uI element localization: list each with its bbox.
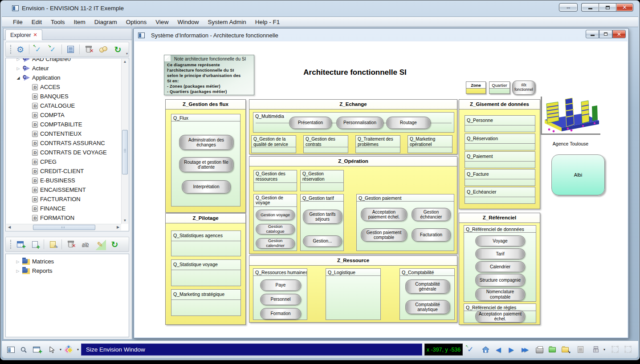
expand-icon[interactable] bbox=[16, 269, 20, 273]
ilot[interactable]: Comptabilité générale bbox=[405, 279, 450, 294]
folder-green-icon[interactable] bbox=[547, 344, 558, 356]
ilot[interactable]: Paye bbox=[260, 279, 301, 291]
folder-export-icon[interactable] bbox=[560, 344, 571, 356]
zone-gisement-de-donnees[interactable]: Z_Gisement de données Q_Personne Q_Réser… bbox=[459, 99, 540, 209]
tree-item-application-child[interactable]: BANQUES bbox=[6, 92, 121, 101]
gear-icon[interactable] bbox=[14, 44, 26, 55]
tree-item-application-child[interactable]: E-BUSINESS bbox=[6, 176, 121, 185]
quartier-flux[interactable]: Q_Flux Adminstration des échanges Routag… bbox=[171, 114, 241, 206]
diagram-canvas[interactable]: Note architecture fonctionnelle du SI Ce… bbox=[135, 41, 628, 337]
quartier-gestion-voyage[interactable]: Q_Gestion de voyage Gestion voyage Gesti… bbox=[253, 194, 297, 251]
tree-item-application-child[interactable]: CATALOGUE bbox=[6, 101, 121, 110]
tree-item-application-child[interactable]: FACTURATION bbox=[6, 194, 121, 204]
tree-item-application-child[interactable]: CPEG bbox=[6, 157, 121, 166]
cursor-dropdown-icon[interactable] bbox=[60, 348, 61, 352]
quartier[interactable]: Q_Paiement bbox=[465, 151, 535, 168]
expand-icon[interactable] bbox=[16, 58, 20, 61]
ilot[interactable]: Personnel bbox=[260, 294, 301, 305]
quartier[interactable]: Q_Gestion de la qualité de service bbox=[251, 135, 296, 153]
refresh-icon[interactable] bbox=[112, 44, 124, 55]
grid-multi-icon[interactable] bbox=[623, 344, 633, 356]
export-icon[interactable] bbox=[47, 239, 59, 250]
quartier[interactable]: Q_Marketing stratégique bbox=[171, 289, 241, 316]
quartier[interactable]: Q_Gestion des contrats bbox=[303, 135, 348, 153]
tree-item-application-child[interactable]: CONTENTIEUX bbox=[6, 129, 121, 138]
close-button[interactable]: ✕ bbox=[616, 3, 633, 12]
ilot[interactable]: Calendrier bbox=[475, 261, 525, 272]
quartier-referenciel-regles[interactable]: Q_Référenciel de règles Acceptation paie… bbox=[464, 303, 536, 323]
tree-item-application-child[interactable]: ENCAISSEMENT bbox=[6, 185, 121, 194]
new-window-icon[interactable] bbox=[31, 344, 42, 356]
ilot[interactable]: Formation bbox=[260, 308, 301, 320]
links-icon[interactable] bbox=[97, 44, 109, 55]
agence-toulouse-image[interactable] bbox=[541, 97, 600, 135]
quartier[interactable]: Q_Réservation bbox=[465, 133, 535, 150]
ilot[interactable]: Acceptation paiement échel. bbox=[361, 208, 407, 221]
fast-forward-icon[interactable]: ▶▶ bbox=[519, 344, 530, 356]
zone-referenciel[interactable]: Z_Référenciel Q_Référenciel de donnnées … bbox=[459, 213, 540, 325]
zone-ressource[interactable]: Z_Ressource Q_Ressources humaines Paye P… bbox=[249, 255, 457, 323]
ilot[interactable]: Structure compagnie bbox=[475, 274, 525, 287]
quartier[interactable]: Q_Statistiques agences bbox=[171, 231, 241, 256]
ilot[interactable]: Gestion... bbox=[303, 235, 342, 247]
tree-item-reports[interactable]: Reports bbox=[6, 266, 129, 275]
checkout-icon[interactable] bbox=[32, 44, 44, 55]
checkin-icon[interactable] bbox=[47, 44, 59, 55]
menu-item[interactable]: Diagram bbox=[90, 18, 121, 26]
close-button[interactable]: ✕ bbox=[612, 30, 626, 38]
ilot[interactable]: Gestion voyage bbox=[256, 210, 295, 220]
layers-icon[interactable] bbox=[64, 344, 74, 356]
delete-icon[interactable] bbox=[82, 44, 94, 55]
apply-check-icon[interactable] bbox=[465, 344, 476, 356]
zone-gestion-des-flux[interactable]: Z_Gestion des flux Q_Flux Adminstration … bbox=[165, 99, 246, 213]
toolbar-overflow-icon[interactable] bbox=[126, 52, 128, 56]
minimize-button[interactable] bbox=[581, 3, 599, 12]
home-icon[interactable] bbox=[480, 344, 491, 356]
tree-item-acteur[interactable]: Acteur bbox=[6, 64, 121, 73]
zone-echange[interactable]: Z_Echange Q_Multimédia Présentation Pers… bbox=[249, 99, 457, 154]
quartier-comptabilite[interactable]: Q_Comptabilité Comptabilité générale Com… bbox=[399, 268, 455, 320]
add-matrix-icon[interactable] bbox=[14, 239, 26, 250]
tree-item-application-child[interactable]: COMPTABILITE bbox=[6, 120, 121, 129]
quartier-referenciel-donnees[interactable]: Q_Référenciel de donnnées Voyage Tarif C… bbox=[464, 225, 536, 302]
scrollbar-thumb[interactable] bbox=[33, 225, 95, 230]
ilot[interactable]: Gestion catalogue bbox=[256, 224, 295, 235]
tree-item-application[interactable]: Application bbox=[6, 73, 121, 82]
quartier[interactable]: Q_Traitement des problèmes bbox=[355, 135, 400, 153]
quartier[interactable]: Q_Statistique voyage bbox=[171, 259, 241, 286]
minimize-button[interactable] bbox=[586, 30, 599, 38]
note-box[interactable]: Note architecture fonctionnelle du SI Ce… bbox=[164, 55, 254, 95]
tree-item-application-child[interactable]: COMPTA bbox=[6, 110, 121, 120]
tree-item-matrices[interactable]: Matrices bbox=[6, 257, 129, 266]
scroll-up-icon[interactable]: ▲ bbox=[122, 59, 128, 65]
zone-pilotage[interactable]: Z_Pilotage Q_Statistiques agences Q_Stat… bbox=[165, 213, 246, 325]
scrollbar-thumb[interactable] bbox=[122, 130, 128, 174]
legend-zone[interactable]: Zone bbox=[466, 81, 486, 94]
ilot[interactable]: Voyage bbox=[475, 235, 525, 247]
grid-select-icon[interactable] bbox=[610, 344, 620, 356]
menu-item[interactable]: Window bbox=[173, 18, 203, 26]
panel-icon[interactable] bbox=[5, 344, 16, 356]
menu-item[interactable]: File bbox=[9, 18, 27, 26]
scroll-left-icon[interactable]: ◀ bbox=[6, 224, 12, 231]
refresh-icon[interactable] bbox=[109, 239, 121, 250]
menu-item[interactable]: Options bbox=[122, 18, 151, 26]
quartier[interactable]: Q_Echéancier bbox=[465, 187, 535, 204]
ilot[interactable]: Facturation bbox=[412, 228, 451, 242]
ilot[interactable]: Gestion échéancier bbox=[412, 208, 451, 221]
zoom-icon[interactable] bbox=[18, 344, 29, 356]
menu-item[interactable]: System Admin bbox=[204, 18, 250, 26]
tree-item-application-child[interactable]: FINANCE bbox=[6, 204, 121, 213]
expand-icon[interactable] bbox=[16, 66, 20, 71]
ilot[interactable]: Acceptation paiement échel. bbox=[475, 310, 525, 323]
align-dropdown-icon[interactable] bbox=[603, 348, 605, 352]
quartier[interactable]: Q_Marketing opérationel bbox=[408, 135, 452, 153]
expand-icon[interactable] bbox=[16, 259, 20, 264]
tree-item-application-child[interactable]: ACCES bbox=[6, 82, 121, 92]
tab-close-icon[interactable] bbox=[33, 32, 37, 38]
properties-icon[interactable] bbox=[65, 44, 77, 55]
delete-icon[interactable] bbox=[65, 239, 77, 250]
align-icon[interactable] bbox=[590, 344, 601, 356]
maximize-button[interactable] bbox=[599, 3, 616, 12]
cursor-icon[interactable] bbox=[46, 344, 57, 356]
